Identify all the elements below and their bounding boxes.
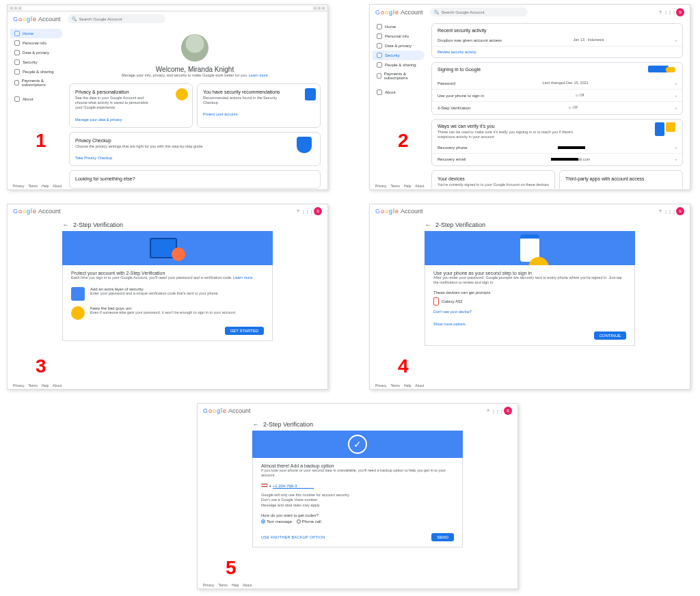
footer-link[interactable]: Privacy <box>13 383 24 388</box>
avatar[interactable]: S <box>676 8 684 16</box>
sidebar-item-home[interactable]: Home <box>10 29 62 38</box>
search-input[interactable] <box>79 17 161 21</box>
back-button[interactable]: ← <box>425 221 431 228</box>
checkup-illustration <box>297 137 312 153</box>
sidebar-item-personal[interactable]: Personal info <box>10 38 62 48</box>
help-icon[interactable]: ? <box>485 407 492 414</box>
sidebar-item-people[interactable]: People & sharing <box>10 67 62 77</box>
get-started-button[interactable]: GET STARTED <box>225 327 264 335</box>
footer-link[interactable]: Help <box>404 383 411 388</box>
google-account-logo: Google Account <box>375 208 423 215</box>
search-box[interactable]: 🔍 <box>430 8 528 16</box>
send-button[interactable]: SEND <box>431 533 454 541</box>
footer-link[interactable]: Terms <box>28 184 38 188</box>
learn-more-link[interactable]: Learn more <box>233 275 252 280</box>
recovery-email-row[interactable]: Recovery emailail.com› <box>432 154 682 165</box>
footer-link[interactable]: Terms <box>390 184 400 188</box>
apps-icon[interactable]: ⋮⋮⋮ <box>304 208 311 215</box>
footer-link[interactable]: Privacy <box>375 184 386 188</box>
step-number-5: 5 <box>226 557 237 579</box>
help-icon[interactable]: ? <box>657 9 664 16</box>
back-button[interactable]: ← <box>252 420 259 428</box>
footer-link[interactable]: Help <box>42 184 49 188</box>
recovery-phone-row[interactable]: Recovery phone› <box>432 142 682 154</box>
search-input[interactable] <box>442 10 524 14</box>
dont-see-device-link[interactable]: Don't see your device? <box>433 310 626 314</box>
card-third-party[interactable]: Third-party apps with account access <box>559 170 683 189</box>
footer-link[interactable]: Privacy <box>13 184 24 188</box>
sidebar-item-data[interactable]: Data & privacy <box>373 41 425 51</box>
footer-link[interactable]: Privacy <box>375 383 386 388</box>
welcome-title: Welcome, Miranda Knight <box>69 66 321 73</box>
phone-signin-row[interactable]: Use your phone to sign in⦸ Off› <box>432 90 682 102</box>
footer-link[interactable]: About <box>53 184 62 188</box>
back-button[interactable]: ← <box>62 221 69 228</box>
radio-text-message[interactable]: Text message <box>261 519 292 524</box>
recent-activity-row[interactable]: Dropbox was given account access Jan 13 … <box>432 34 682 46</box>
continue-button[interactable]: CONTINUE <box>594 331 626 340</box>
section-subtitle: Each time you sign in to your Google Acc… <box>71 275 264 280</box>
sidebar-item-personal[interactable]: Personal info <box>373 31 425 41</box>
search-box[interactable]: 🔍 <box>68 14 165 23</box>
section-heading: Protect your account with 2-Step Verific… <box>71 271 264 275</box>
footer-link[interactable]: About <box>53 383 62 388</box>
password-row[interactable]: PasswordLast changed Dec 15, 2021› <box>432 77 682 90</box>
footer-link[interactable]: Terms <box>390 383 400 388</box>
sidebar-item-security[interactable]: Security <box>373 51 425 60</box>
help-icon[interactable]: ? <box>295 208 301 215</box>
card-your-devices[interactable]: Your devices You're currently signed in … <box>431 170 555 189</box>
google-account-logo: Google Account <box>13 208 61 215</box>
footer-link[interactable]: Terms <box>28 383 38 388</box>
more-options-link[interactable]: Show more options <box>433 322 626 326</box>
footer-link[interactable]: Terms <box>218 583 228 587</box>
chevron-right-icon: › <box>675 38 677 42</box>
sidebar-item-home[interactable]: Home <box>373 22 425 31</box>
sidebar-item-payments[interactable]: Payments & subscriptions <box>373 70 425 82</box>
phone-number-input[interactable]: +1 204-766-3 <box>273 484 314 489</box>
avatar[interactable]: S <box>676 207 684 215</box>
review-activity-link[interactable]: Review security activity <box>438 50 476 54</box>
protect-account-link[interactable]: Protect your account <box>203 112 314 116</box>
footer-link[interactable]: About <box>415 383 424 388</box>
card-security-recommendations[interactable]: You have security recommendations Recomm… <box>197 83 321 127</box>
people-icon <box>14 69 20 74</box>
sidebar-item-security[interactable]: Security <box>10 57 62 67</box>
footer-link[interactable]: About <box>415 184 424 188</box>
footer-link[interactable]: Help <box>404 184 411 188</box>
two-step-row[interactable]: 2-Step Verification⦸ Off› <box>432 102 682 113</box>
sidebar-item-about[interactable]: About <box>373 87 425 97</box>
manage-data-link[interactable]: Manage your data & privacy <box>75 118 187 122</box>
footer-link[interactable]: Help <box>42 383 49 388</box>
apps-icon[interactable]: ⋮⋮⋮ <box>667 9 673 16</box>
footer-link[interactable]: About <box>243 583 252 587</box>
sidebar-item-about[interactable]: About <box>10 94 62 104</box>
hero-illustration: ✓ <box>252 431 463 458</box>
use-another-backup-link[interactable]: USE ANOTHER BACKUP OPTION <box>261 535 325 539</box>
bullet-text: Even if someone else gets your password,… <box>90 310 237 315</box>
sidebar-item-label: About <box>23 97 33 101</box>
url-bar[interactable] <box>23 6 312 10</box>
card-privacy-personalization[interactable]: Privacy & personalization See the data i… <box>69 83 193 127</box>
browser-chrome <box>8 5 327 12</box>
avatar[interactable]: S <box>504 407 512 415</box>
radio-icon <box>261 519 265 524</box>
help-icon[interactable]: ? <box>657 208 664 215</box>
device-row: Galaxy A52 <box>433 297 626 306</box>
how-codes-heading: How do you want to get codes? <box>261 513 454 517</box>
bullet-text: Enter your password and a unique verific… <box>90 291 219 296</box>
footer-link[interactable]: Privacy <box>203 583 214 587</box>
card-privacy-checkup[interactable]: Privacy Checkup Choose the privacy setti… <box>69 132 321 166</box>
learn-more-link[interactable]: Learn more <box>249 73 268 77</box>
profile-picture[interactable] <box>181 34 208 62</box>
step-number-2: 2 <box>398 130 409 152</box>
country-flag-dropdown[interactable] <box>261 483 268 487</box>
avatar[interactable]: S <box>314 207 322 215</box>
sidebar-item-payments[interactable]: Payments & subscriptions <box>10 77 62 89</box>
radio-phone-call[interactable]: Phone call <box>297 519 321 524</box>
take-checkup-link[interactable]: Take Privacy Checkup <box>75 156 314 160</box>
apps-icon[interactable]: ⋮⋮⋮ <box>494 407 501 414</box>
apps-icon[interactable]: ⋮⋮⋮ <box>667 208 673 215</box>
footer-link[interactable]: Help <box>232 583 239 587</box>
sidebar-item-data[interactable]: Data & privacy <box>10 48 62 57</box>
sidebar-item-people[interactable]: People & sharing <box>373 60 425 70</box>
